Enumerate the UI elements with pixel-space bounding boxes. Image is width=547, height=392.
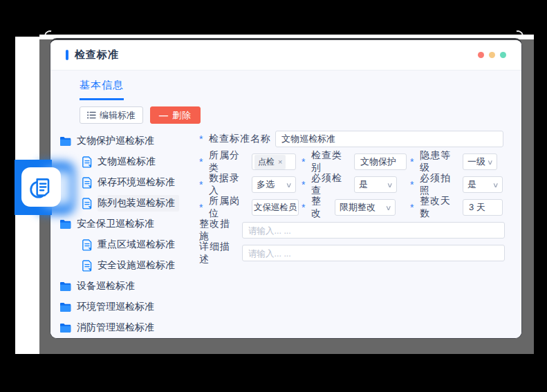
dot-teal-icon (500, 52, 506, 58)
tree-item-display-packaging-inspection[interactable]: 陈列包装巡检标准 (59, 193, 199, 214)
form-row-2: * 所属分类 点检 * 检查类别 (199, 153, 510, 170)
page-title: 检查标准 (75, 48, 119, 62)
document-icon (82, 156, 92, 168)
tree-item-label: 设备巡检标准 (77, 280, 135, 292)
form-row-measures: 整改措施 (199, 222, 510, 239)
measures-input[interactable] (242, 222, 505, 239)
tree-folder-security[interactable]: 安全保卫巡检标准 (59, 214, 199, 234)
form-row-4: * 所属岗位 * 整改 限期整改 (199, 199, 510, 216)
standard-name-input[interactable] (275, 131, 503, 147)
chevron-down-icon (492, 181, 499, 189)
required-asterisk: * (199, 133, 209, 144)
check-type-label: 检查类别 (311, 149, 350, 174)
data-entry-value: 多选 (257, 178, 275, 191)
standard-form: * 检查标准名称 * 所属分类 点检 (199, 131, 510, 338)
data-entry-select[interactable]: 多选 (252, 176, 296, 193)
tree-item-label: 重点区域巡检标准 (98, 239, 175, 251)
inspection-document-icon (21, 167, 61, 207)
folder-icon (59, 219, 71, 229)
edit-standard-label: 编辑标准 (100, 109, 136, 122)
list-icon (87, 111, 96, 119)
tree-item-label: 消防管理巡检标准 (77, 321, 154, 334)
toolbar: 编辑标准 — 删除 (80, 106, 521, 124)
required-asterisk: * (410, 156, 420, 167)
hazard-level-value: 一级 (467, 156, 485, 168)
delete-label: 删除 (172, 109, 192, 122)
window-dots (478, 52, 506, 58)
chevron-down-icon (286, 181, 293, 189)
chevron-down-icon (385, 204, 392, 212)
window-body: 基本信息 编辑标准 — 删除 文物保护巡检标准 (50, 71, 521, 338)
dot-yellow-icon (489, 52, 495, 58)
rectify-label: 整改 (311, 195, 331, 220)
title-accent-bar (66, 50, 68, 60)
folder-icon (59, 281, 71, 291)
standard-tree: 文物保护巡检标准 文物巡检标准 保存环境巡检标准 陈列包装巡检标准 安全保卫巡检 (59, 131, 199, 338)
tree-item-label: 陈列包装巡检标准 (98, 197, 175, 209)
rectify-select[interactable]: 限期整改 (335, 199, 396, 216)
required-asterisk: * (302, 202, 311, 213)
must-photo-label: 必须拍照 (420, 172, 458, 197)
inspection-standard-window: 检查标准 基本信息 编辑标准 — 删除 (50, 38, 522, 339)
form-row-description: 详细描述 (199, 245, 510, 261)
window-header: 检查标准 (50, 40, 521, 71)
category-tag-select[interactable]: 点检 (252, 153, 296, 170)
tag-close-icon[interactable] (278, 158, 282, 166)
tree-folder-relic-protection[interactable]: 文物保护巡检标准 (59, 131, 199, 151)
tree-item-label: 环境管理巡检标准 (77, 301, 154, 313)
main-content: 文物保护巡检标准 文物巡检标准 保存环境巡检标准 陈列包装巡检标准 安全保卫巡检 (50, 131, 521, 338)
required-asterisk: * (302, 179, 311, 190)
rectify-days-value: 3 天 (469, 201, 485, 214)
tree-item-label: 保存环境巡检标准 (98, 176, 175, 189)
required-asterisk: * (199, 179, 209, 190)
category-tag: 点检 (254, 155, 286, 169)
form-row-name: * 检查标准名称 (199, 131, 510, 147)
must-check-value: 是 (359, 178, 368, 191)
description-label: 详细描述 (199, 241, 238, 265)
tree-item-key-area-inspection[interactable]: 重点区域巡检标准 (59, 234, 199, 255)
category-label: 所属分类 (209, 149, 248, 174)
tab-basic-info[interactable]: 基本信息 (80, 79, 124, 100)
document-icon (82, 177, 92, 189)
tree-item-label: 文物保护巡检标准 (77, 135, 154, 147)
chevron-down-icon (487, 158, 494, 166)
tree-item-storage-env-inspection[interactable]: 保存环境巡检标准 (59, 172, 199, 193)
must-check-label: 必须检查 (311, 172, 350, 197)
rectify-days-input[interactable]: 3 天 (463, 199, 503, 216)
rectify-value: 限期整改 (340, 201, 376, 214)
tree-folder-environment[interactable]: 环境管理巡检标准 (59, 297, 199, 317)
required-asterisk: * (199, 156, 209, 167)
edit-standard-button[interactable]: 编辑标准 (80, 106, 143, 124)
check-type-input[interactable] (354, 153, 407, 170)
tree-folder-equipment[interactable]: 设备巡检标准 (59, 276, 199, 297)
position-input[interactable] (252, 199, 299, 216)
tree-item-label: 安全保卫巡检标准 (77, 218, 154, 230)
must-check-select[interactable]: 是 (354, 176, 397, 193)
tree-item-label: 文物巡检标准 (98, 156, 156, 168)
required-asterisk: * (410, 179, 420, 190)
position-label: 所属岗位 (209, 195, 248, 220)
must-photo-value: 是 (467, 178, 476, 191)
name-label: 检查标准名称 (209, 133, 271, 145)
hazard-level-select[interactable]: 一级 (463, 153, 497, 170)
data-entry-label: 数据录入 (209, 172, 248, 197)
hazard-level-label: 隐患等级 (420, 149, 458, 174)
category-tag-label: 点检 (258, 156, 275, 168)
rectify-days-label: 整改天数 (420, 195, 458, 220)
folder-icon (59, 302, 71, 312)
delete-button[interactable]: — 删除 (150, 106, 201, 124)
tree-item-security-facility-inspection[interactable]: 安全设施巡检标准 (59, 255, 199, 276)
document-icon (82, 260, 92, 272)
tree-folder-fire-management[interactable]: 消防管理巡检标准 (59, 317, 199, 338)
dot-red-icon (478, 52, 484, 58)
minus-icon: — (159, 110, 169, 120)
tree-item-relic-inspection[interactable]: 文物巡检标准 (59, 151, 199, 172)
form-row-3: * 数据录入 多选 * 必须检查 是 (199, 176, 510, 193)
chevron-down-icon (387, 181, 393, 189)
must-photo-select[interactable]: 是 (463, 176, 503, 193)
folder-icon (59, 136, 71, 146)
description-input[interactable] (242, 245, 505, 261)
required-asterisk: * (410, 202, 420, 213)
document-icon (82, 198, 92, 209)
document-icon (82, 239, 92, 251)
